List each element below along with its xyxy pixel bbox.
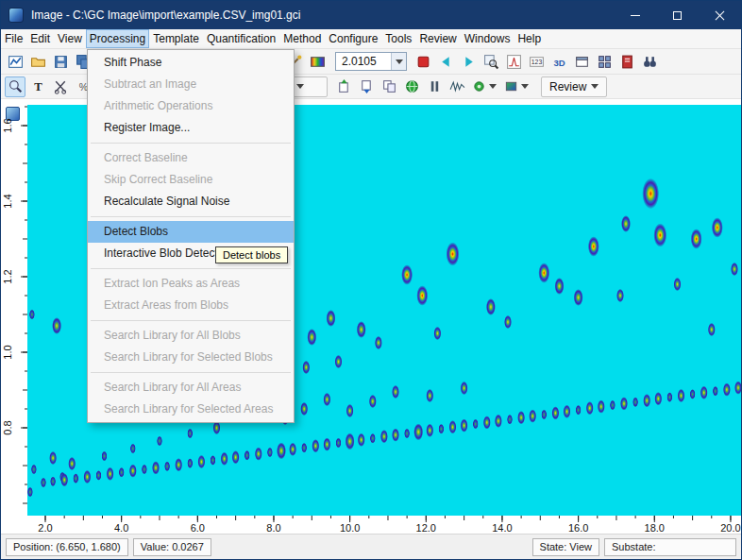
new-window-icon[interactable] [571,51,592,72]
svg-text:16.0: 16.0 [568,522,588,534]
svg-text:4.0: 4.0 [114,522,128,534]
svg-text:14.0: 14.0 [492,522,512,534]
caret-down-icon [489,84,497,89]
globe-icon[interactable] [401,76,422,97]
status-state: State: View [532,538,599,556]
menu-separator [91,216,291,217]
menu-view[interactable]: View [54,29,86,48]
zoom-level-value: 2.0105 [336,55,391,68]
menu-bar: FileEditViewProcessingTemplateQuantifica… [1,29,741,49]
caret-down-icon [591,84,599,89]
menu-item-search-library-for-selected-areas: Search Library for Selected Areas [88,399,294,420]
menu-item-shift-phase[interactable]: Shift Phase [88,52,294,74]
blob-import-down-icon[interactable] [356,76,377,97]
status-substate: Substate: [604,538,736,556]
svg-text:123: 123 [531,59,542,65]
new-image-icon[interactable] [5,51,25,72]
forward-icon[interactable] [458,51,479,72]
svg-text:1.4: 1.4 [2,194,13,208]
menu-item-arithmetic-operations: Arithmetic Operations [88,95,294,117]
menu-item-correct-baseline: Correct Baseline [88,147,294,169]
zoom-region-icon[interactable] [481,51,501,72]
plot-graph-icon[interactable] [503,51,524,72]
overlay-marker-dropdown[interactable] [469,76,499,97]
svg-text:12.0: 12.0 [416,522,436,534]
app-window: Image - C:\GC Image\import\example.CSV_i… [0,0,742,560]
signal-wave-icon[interactable] [447,76,467,97]
processing-dropdown: Shift PhaseSubtract an ImageArithmetic O… [87,49,295,423]
menu-method[interactable]: Method [279,29,325,48]
menu-edit[interactable]: Edit [26,29,54,48]
labels-123-icon[interactable]: 123 [526,51,547,72]
compare-bars-icon[interactable] [424,76,445,97]
maximize-button[interactable] [656,1,699,29]
menu-item-recalculate-signal-noise[interactable]: Recalculate Signal Noise [88,191,294,212]
menu-item-extract-ion-peaks-as-areas: Extract Ion Peaks as Areas [88,273,294,295]
menu-processing[interactable]: Processing [86,29,149,48]
zoom-tool-icon[interactable] [5,76,25,97]
minimize-icon [631,15,640,16]
review-dropdown[interactable]: Review [541,76,607,97]
menu-help[interactable]: Help [514,29,545,48]
x-axis: 2.04.06.08.010.012.014.016.018.020.0 [27,516,741,534]
view-3d-icon[interactable]: 3D [548,51,569,72]
svg-text:2.0: 2.0 [38,522,52,534]
menu-quantification[interactable]: Quantification [203,29,279,48]
svg-text:T: T [34,80,42,93]
close-icon [715,10,725,21]
report-icon[interactable] [616,51,637,72]
record-icon[interactable] [413,51,433,72]
close-button[interactable] [699,1,741,29]
title-bar[interactable]: Image - C:\GC Image\import\example.CSV_i… [1,1,741,29]
menu-windows[interactable]: Windows [461,29,514,48]
svg-text:3D: 3D [553,57,565,67]
menu-item-search-library-for-selected-blobs: Search Library for Selected Blobs [88,347,294,368]
menu-separator [91,320,291,321]
blob-export-up-icon[interactable] [333,76,354,97]
menu-item-register-image[interactable]: Register Image... [88,117,294,139]
cut-tool-icon[interactable] [50,76,71,97]
svg-text:8.0: 8.0 [266,522,280,534]
color-swatch-dropdown[interactable] [501,76,531,97]
back-icon[interactable] [435,51,456,72]
window-buttons [614,1,741,29]
menu-separator [91,268,291,269]
combo-dropdown-button[interactable] [391,53,406,70]
status-bar: Position: (6.650, 1.680) Value: 0.0267 S… [1,534,741,559]
status-position: Position: (6.650, 1.680) [6,538,128,556]
menu-configure[interactable]: Configure [325,29,381,48]
colormap-icon[interactable] [307,51,328,72]
svg-text:20.0: 20.0 [720,522,740,534]
y-axis: 0.81.01.21.41.6 [1,99,27,534]
menu-tools[interactable]: Tools [381,29,415,48]
review-label: Review [549,80,586,93]
menu-item-subtract-an-image: Subtract an Image [88,74,294,95]
text-tool-icon[interactable]: T [27,76,48,97]
binoculars-icon[interactable] [639,51,660,72]
blob-transfer-icon[interactable] [379,76,399,97]
tile-grid-icon[interactable] [594,51,615,72]
caret-down-icon [396,59,403,64]
minimize-button[interactable] [614,1,656,29]
caret-down-icon [521,84,529,89]
menu-separator [91,372,291,373]
open-file-icon[interactable] [27,51,48,72]
svg-text:1.2: 1.2 [2,269,13,283]
menu-item-skip-correct-baseline: Skip Correct Baseline [88,169,294,191]
menu-item-detect-blobs[interactable]: Detect Blobs [88,221,294,243]
menu-separator [91,143,291,144]
menu-item-extract-areas-from-blobs: Extract Areas from Blobs [88,295,294,316]
zoom-level-combo[interactable]: 2.0105 [335,52,407,71]
svg-text:10.0: 10.0 [340,522,360,534]
tooltip: Detect blobs [215,246,288,263]
app-icon [8,8,24,23]
menu-file[interactable]: File [1,29,26,48]
maximize-icon [673,11,682,20]
save-icon[interactable] [50,51,71,72]
menu-template[interactable]: Template [149,29,203,48]
svg-text:18.0: 18.0 [645,522,665,534]
menu-item-search-library-for-all-blobs: Search Library for All Blobs [88,325,294,347]
status-value: Value: 0.0267 [133,538,211,556]
menu-review[interactable]: Review [415,29,460,48]
svg-text:1.6: 1.6 [2,118,13,132]
